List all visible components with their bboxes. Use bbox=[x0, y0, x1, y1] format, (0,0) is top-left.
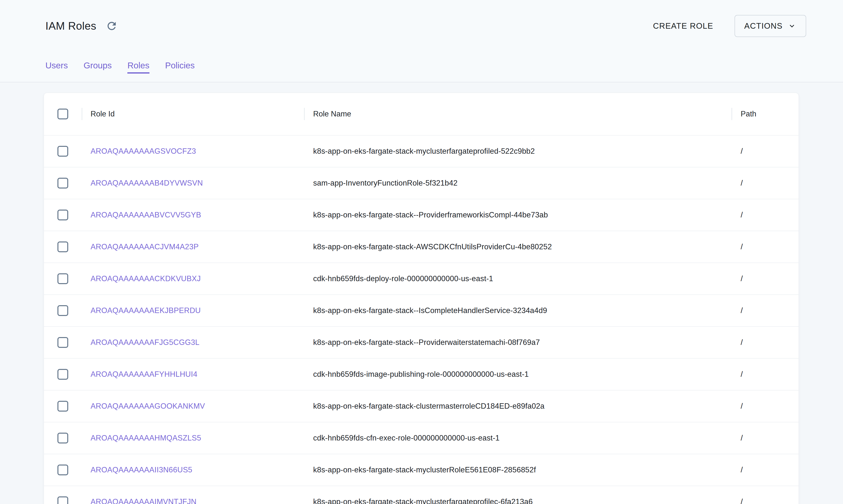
tab-bar: Users Groups Roles Policies bbox=[0, 52, 843, 82]
role-id-link[interactable]: AROAQAAAAAAAHMQASZLS5 bbox=[90, 434, 201, 443]
path-cell: / bbox=[732, 338, 798, 347]
path-cell: / bbox=[732, 498, 798, 504]
title-row: IAM Roles CREATE ROLE ACTIONS bbox=[0, 0, 843, 52]
role-id-cell: AROAQAAAAAAACJVM4A23P bbox=[82, 242, 304, 251]
chevron-down-icon bbox=[788, 22, 796, 31]
path-text: / bbox=[741, 466, 743, 474]
header-checkbox-cell bbox=[44, 109, 82, 120]
path-cell: / bbox=[732, 370, 798, 379]
page-title: IAM Roles bbox=[46, 20, 96, 32]
role-name-cell: k8s-app-on-eks-fargate-stack-clustermast… bbox=[304, 402, 732, 411]
row-checkbox[interactable] bbox=[57, 241, 68, 252]
row-checkbox-cell bbox=[44, 337, 82, 348]
refresh-icon bbox=[105, 20, 118, 32]
table-row: AROAQAAAAAAABVCVV5GYB k8s-app-on-eks-far… bbox=[44, 199, 798, 231]
path-text: / bbox=[741, 211, 743, 219]
role-name-cell: k8s-app-on-eks-fargate-stack-myclusterfa… bbox=[304, 498, 732, 504]
row-checkbox-cell bbox=[44, 433, 82, 444]
row-checkbox-cell bbox=[44, 241, 82, 252]
table-row: AROAQAAAAAAAGOOKANKMV k8s-app-on-eks-far… bbox=[44, 390, 798, 422]
role-id-link[interactable]: AROAQAAAAAAABVCVV5GYB bbox=[90, 211, 201, 219]
role-name-text: k8s-app-on-eks-fargate-stack-myclusterRo… bbox=[313, 466, 536, 474]
row-checkbox[interactable] bbox=[57, 433, 68, 444]
actions-button[interactable]: ACTIONS bbox=[735, 15, 806, 37]
role-name-cell: cdk-hnb659fds-cfn-exec-role-000000000000… bbox=[304, 434, 732, 443]
column-header-role-id: Role Id bbox=[82, 110, 304, 119]
role-id-link[interactable]: AROAQAAAAAAAB4DYVWSVN bbox=[90, 179, 203, 187]
refresh-button[interactable] bbox=[104, 18, 120, 34]
column-header-path-label[interactable]: Path bbox=[741, 110, 756, 119]
table-body: AROAQAAAAAAAGSVOCFZ3 k8s-app-on-eks-farg… bbox=[44, 135, 798, 504]
role-name-cell: cdk-hnb659fds-deploy-role-000000000000-u… bbox=[304, 274, 732, 283]
select-all-checkbox[interactable] bbox=[57, 109, 68, 120]
path-cell: / bbox=[732, 402, 798, 411]
actions-button-label: ACTIONS bbox=[744, 21, 782, 31]
row-checkbox[interactable] bbox=[57, 465, 68, 475]
tab-users[interactable]: Users bbox=[46, 60, 68, 74]
row-checkbox[interactable] bbox=[57, 210, 68, 220]
path-text: / bbox=[741, 242, 743, 251]
tab-policies[interactable]: Policies bbox=[165, 60, 195, 74]
row-checkbox-cell bbox=[44, 210, 82, 220]
column-header-role-name: Role Name bbox=[304, 110, 732, 119]
row-checkbox-cell bbox=[44, 401, 82, 412]
role-id-link[interactable]: AROAQAAAAAAAGSVOCFZ3 bbox=[90, 147, 196, 156]
table-row: AROAQAAAAAAAFYHHLHUI4 cdk-hnb659fds-imag… bbox=[44, 358, 798, 390]
path-text: / bbox=[741, 498, 743, 504]
role-id-cell: AROAQAAAAAAAGSVOCFZ3 bbox=[82, 147, 304, 156]
create-role-button[interactable]: CREATE ROLE bbox=[648, 17, 718, 35]
row-checkbox[interactable] bbox=[57, 273, 68, 284]
role-id-link[interactable]: AROAQAAAAAAAGOOKANKMV bbox=[90, 402, 205, 411]
role-id-link[interactable]: AROAQAAAAAAAFYHHLHUI4 bbox=[90, 370, 197, 379]
role-id-cell: AROAQAAAAAAAII3N66US5 bbox=[82, 466, 304, 474]
row-checkbox[interactable] bbox=[57, 146, 68, 157]
role-name-text: k8s-app-on-eks-fargate-stack-clustermast… bbox=[313, 402, 545, 411]
row-checkbox-cell bbox=[44, 497, 82, 504]
tab-groups[interactable]: Groups bbox=[83, 60, 112, 74]
table-row: AROAQAAAAAAAIMVNTJFJN k8s-app-on-eks-far… bbox=[44, 486, 798, 504]
row-checkbox-cell bbox=[44, 465, 82, 475]
role-name-cell: sam-app-InventoryFunctionRole-5f321b42 bbox=[304, 179, 732, 187]
role-id-cell: AROAQAAAAAAACKDKVUBXJ bbox=[82, 274, 304, 283]
role-id-link[interactable]: AROAQAAAAAAAII3N66US5 bbox=[90, 466, 192, 474]
table-row: AROAQAAAAAAACKDKVUBXJ cdk-hnb659fds-depl… bbox=[44, 263, 798, 294]
role-name-text: k8s-app-on-eks-fargate-stack-myclusterfa… bbox=[313, 147, 535, 156]
column-header-role-name-label[interactable]: Role Name bbox=[313, 110, 351, 119]
table-header-row: Role Id Role Name Path bbox=[44, 93, 798, 135]
table-row: AROAQAAAAAAAHMQASZLS5 cdk-hnb659fds-cfn-… bbox=[44, 422, 798, 454]
table-row: AROAQAAAAAAACJVM4A23P k8s-app-on-eks-far… bbox=[44, 231, 798, 263]
path-cell: / bbox=[732, 274, 798, 283]
row-checkbox[interactable] bbox=[57, 497, 68, 504]
role-name-text: k8s-app-on-eks-fargate-stack--Providerfr… bbox=[313, 211, 548, 219]
role-name-cell: k8s-app-on-eks-fargate-stack-myclusterRo… bbox=[304, 466, 732, 474]
role-name-text: sam-app-InventoryFunctionRole-5f321b42 bbox=[313, 179, 458, 187]
row-checkbox[interactable] bbox=[57, 305, 68, 316]
row-checkbox-cell bbox=[44, 305, 82, 316]
role-name-cell: k8s-app-on-eks-fargate-stack-myclusterfa… bbox=[304, 147, 732, 156]
column-header-role-id-label[interactable]: Role Id bbox=[90, 110, 115, 119]
column-header-path: Path bbox=[732, 110, 798, 119]
row-checkbox[interactable] bbox=[57, 369, 68, 380]
role-name-text: cdk-hnb659fds-deploy-role-000000000000-u… bbox=[313, 274, 493, 283]
role-name-cell: cdk-hnb659fds-image-publishing-role-0000… bbox=[304, 370, 732, 379]
role-name-cell: k8s-app-on-eks-fargate-stack--IsComplete… bbox=[304, 306, 732, 315]
row-checkbox[interactable] bbox=[57, 178, 68, 188]
role-name-text: k8s-app-on-eks-fargate-stack--Providerwa… bbox=[313, 338, 540, 347]
role-id-cell: AROAQAAAAAAAHMQASZLS5 bbox=[82, 434, 304, 443]
role-id-link[interactable]: AROAQAAAAAAAEKJBPERDU bbox=[90, 306, 201, 315]
row-checkbox-cell bbox=[44, 146, 82, 157]
role-id-cell: AROAQAAAAAAABVCVV5GYB bbox=[82, 211, 304, 219]
role-name-text: k8s-app-on-eks-fargate-stack-myclusterfa… bbox=[313, 498, 533, 504]
role-id-link[interactable]: AROAQAAAAAAAFJG5CGG3L bbox=[90, 338, 200, 347]
role-id-link[interactable]: AROAQAAAAAAAIMVNTJFJN bbox=[90, 498, 196, 504]
tab-roles[interactable]: Roles bbox=[127, 60, 149, 74]
row-checkbox[interactable] bbox=[57, 337, 68, 348]
path-cell: / bbox=[732, 306, 798, 315]
role-name-cell: k8s-app-on-eks-fargate-stack-AWSCDKCfnUt… bbox=[304, 242, 732, 251]
role-id-link[interactable]: AROAQAAAAAAACJVM4A23P bbox=[90, 242, 199, 251]
role-name-cell: k8s-app-on-eks-fargate-stack--Providerfr… bbox=[304, 211, 732, 219]
row-checkbox[interactable] bbox=[57, 401, 68, 412]
table-row: AROAQAAAAAAAB4DYVWSVN sam-app-InventoryF… bbox=[44, 167, 798, 199]
role-id-cell: AROAQAAAAAAAB4DYVWSVN bbox=[82, 179, 304, 187]
role-id-link[interactable]: AROAQAAAAAAACKDKVUBXJ bbox=[90, 274, 201, 283]
